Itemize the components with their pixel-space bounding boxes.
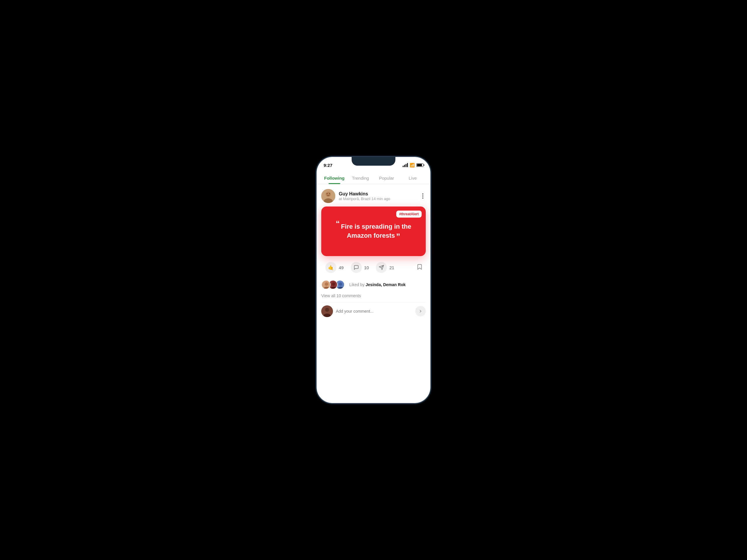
svg-point-17 [325, 308, 329, 312]
share-icon [376, 262, 387, 273]
liked-by-row: Liked by Jesinda, Deman Rok [321, 279, 426, 292]
author-info: Guy Hawkins at Mairiporã, Brazil 14 min … [339, 191, 390, 201]
wifi-icon: 📶 [410, 163, 415, 167]
more-options-button[interactable] [420, 192, 426, 200]
avatar [321, 189, 335, 203]
share-count: 21 [389, 265, 394, 270]
status-time: 9:27 [324, 163, 332, 168]
post-header: Guy Hawkins at Mairiporã, Brazil 14 min … [321, 189, 426, 203]
liked-text: Liked by Jesinda, Deman Rok [349, 282, 406, 287]
post-card: Guy Hawkins at Mairiporã, Brazil 14 min … [317, 184, 430, 322]
author-meta: at Mairiporã, Brazil 14 min ago [339, 196, 390, 201]
tab-popular[interactable]: Popular [374, 173, 400, 184]
post-author: Guy Hawkins at Mairiporã, Brazil 14 min … [321, 189, 390, 203]
phone-frame: 9:27 📶 Following Trending [317, 157, 430, 403]
feed-content: Guy Hawkins at Mairiporã, Brazil 14 min … [317, 184, 430, 401]
svg-point-3 [327, 193, 328, 194]
share-button[interactable]: 21 [373, 260, 397, 275]
svg-point-14 [339, 282, 342, 286]
status-icons: 📶 [403, 163, 423, 167]
view-all-comments[interactable]: View all 10 comments [321, 292, 426, 302]
post-time: 14 min ago [371, 196, 390, 201]
svg-point-8 [325, 282, 328, 286]
actions-row: 🤙 49 10 [321, 256, 426, 279]
svg-point-1 [326, 192, 331, 197]
like-count: 49 [339, 265, 344, 270]
avatar-svg [321, 189, 335, 203]
author-location: Mairiporã, Brazil [343, 196, 370, 201]
bookmark-icon [416, 264, 423, 270]
tab-following[interactable]: Following [321, 173, 347, 184]
comment-icon [351, 262, 362, 273]
quote-close-icon: ” [396, 232, 400, 241]
notch [352, 157, 395, 166]
svg-point-11 [332, 282, 335, 286]
signal-icon [403, 163, 408, 167]
comment-input-row [321, 302, 426, 322]
alert-text: “Fire is spreading in the Amazon forests… [328, 222, 419, 240]
like-icon: 🤙 [325, 262, 336, 273]
liked-avatars [321, 280, 342, 289]
current-user-avatar [321, 305, 333, 317]
quote-open-icon: “ [336, 219, 340, 228]
bookmark-button[interactable] [415, 262, 424, 273]
tab-live[interactable]: Live [400, 173, 426, 184]
threat-badge[interactable]: #threatAlert [396, 211, 422, 218]
tabs-container: Following Trending Popular Live [317, 171, 430, 184]
phone-screen: 9:27 📶 Following Trending [317, 157, 430, 403]
comment-count: 10 [364, 265, 369, 270]
send-icon [418, 309, 423, 314]
comment-input[interactable] [336, 309, 412, 314]
svg-point-4 [329, 193, 330, 194]
like-button[interactable]: 🤙 49 [323, 260, 347, 275]
author-name: Guy Hawkins [339, 191, 390, 196]
alert-card: #threatAlert “Fire is spreading in the A… [321, 207, 426, 256]
send-comment-button[interactable] [415, 306, 426, 317]
comment-button[interactable]: 10 [348, 260, 372, 275]
tab-trending[interactable]: Trending [347, 173, 374, 184]
battery-icon [416, 163, 423, 167]
liked-avatar-1 [321, 280, 331, 289]
